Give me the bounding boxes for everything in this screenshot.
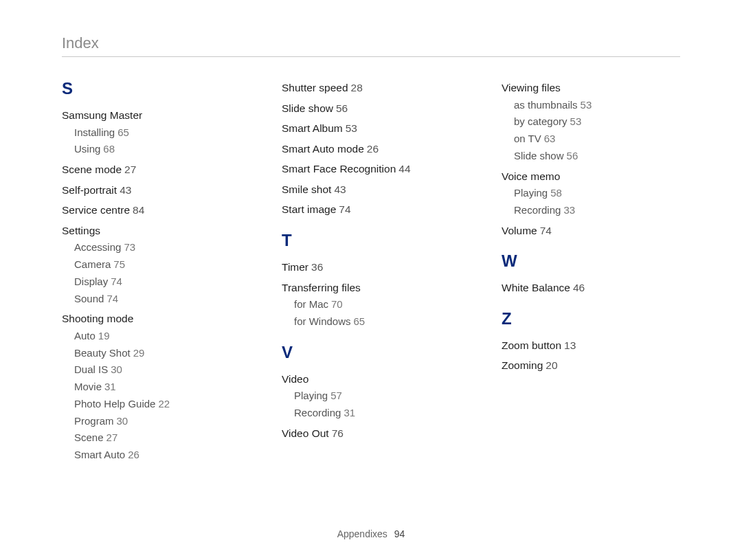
letter-z: Z xyxy=(502,309,680,328)
subentry-by-category[interactable]: by category53 xyxy=(502,113,680,131)
subentry-for-windows[interactable]: for Windows65 xyxy=(282,313,460,331)
subentry-on-tv[interactable]: on TV63 xyxy=(502,131,680,148)
subentry-auto[interactable]: Auto19 xyxy=(62,328,240,345)
entry-smart-auto-mode[interactable]: Smart Auto mode26 xyxy=(282,140,460,158)
subentry-using[interactable]: Using68 xyxy=(62,141,240,158)
subentry-video-playing[interactable]: Playing57 xyxy=(282,388,460,405)
subentry-as-thumbnails[interactable]: as thumbnails53 xyxy=(502,97,680,114)
subentry-beauty-shot[interactable]: Beauty Shot29 xyxy=(62,345,240,362)
page-title: Index xyxy=(62,34,680,57)
entry-smart-face-recognition[interactable]: Smart Face Recognition44 xyxy=(282,160,460,178)
subentry-voice-recording[interactable]: Recording33 xyxy=(502,202,680,219)
entry-zooming[interactable]: Zooming20 xyxy=(502,357,680,374)
subentry-accessing[interactable]: Accessing73 xyxy=(62,239,240,256)
entry-start-image[interactable]: Start image74 xyxy=(282,201,460,219)
subentry-dual-is[interactable]: Dual IS30 xyxy=(62,361,240,379)
letter-t: T xyxy=(282,231,460,250)
index-col-2: Shutter speed28 Slide show56 Smart Album… xyxy=(282,78,460,464)
subentry-smart-auto[interactable]: Smart Auto26 xyxy=(62,447,240,464)
subentry-program[interactable]: Program30 xyxy=(62,413,240,430)
subentry-video-recording[interactable]: Recording31 xyxy=(282,405,460,422)
footer-section: Appendixes xyxy=(337,528,387,539)
entry-transferring-files[interactable]: Transferring files xyxy=(282,279,460,297)
entry-zoom-button[interactable]: Zoom button13 xyxy=(502,337,680,355)
index-col-1: S Samsung Master Installing65 Using68 Sc… xyxy=(62,78,240,464)
subentry-for-mac[interactable]: for Mac70 xyxy=(282,296,460,313)
entry-video[interactable]: Video xyxy=(282,370,460,388)
entry-smart-album[interactable]: Smart Album53 xyxy=(282,120,460,137)
subentry-sound[interactable]: Sound74 xyxy=(62,291,240,308)
entry-viewing-files[interactable]: Viewing files xyxy=(502,79,680,97)
entry-white-balance[interactable]: White Balance46 xyxy=(502,279,680,297)
entry-slide-show[interactable]: Slide show56 xyxy=(282,100,460,117)
subentry-display[interactable]: Display74 xyxy=(62,273,240,291)
letter-s: S xyxy=(62,79,240,98)
entry-timer[interactable]: Timer36 xyxy=(282,258,460,276)
entry-samsung-master[interactable]: Samsung Master xyxy=(62,107,240,124)
entry-smile-shot[interactable]: Smile shot43 xyxy=(282,181,460,199)
letter-v: V xyxy=(282,343,460,362)
page-footer: Appendixes 94 xyxy=(0,528,742,539)
entry-settings[interactable]: Settings xyxy=(62,222,240,240)
subentry-voice-playing[interactable]: Playing58 xyxy=(502,185,680,202)
subentry-scene[interactable]: Scene27 xyxy=(62,429,240,447)
subentry-camera[interactable]: Camera75 xyxy=(62,256,240,273)
entry-volume[interactable]: Volume74 xyxy=(502,222,680,240)
subentry-installing[interactable]: Installing65 xyxy=(62,124,240,142)
index-columns: S Samsung Master Installing65 Using68 Sc… xyxy=(62,78,680,464)
index-page: Index S Samsung Master Installing65 Usin… xyxy=(0,0,742,560)
subentry-photo-help-guide[interactable]: Photo Help Guide22 xyxy=(62,396,240,413)
entry-video-out[interactable]: Video Out76 xyxy=(282,425,460,443)
entry-voice-memo[interactable]: Voice memo xyxy=(502,168,680,186)
entry-shooting-mode[interactable]: Shooting mode xyxy=(62,310,240,328)
entry-self-portrait[interactable]: Self-portrait43 xyxy=(62,181,240,199)
subentry-movie[interactable]: Movie31 xyxy=(62,379,240,396)
letter-w: W xyxy=(502,251,680,271)
entry-shutter-speed[interactable]: Shutter speed28 xyxy=(282,79,460,97)
footer-page-number: 94 xyxy=(394,528,405,539)
index-col-3: Viewing files as thumbnails53 by categor… xyxy=(502,78,680,464)
subentry-slide-show[interactable]: Slide show56 xyxy=(502,148,680,165)
entry-service-centre[interactable]: Service centre84 xyxy=(62,201,240,219)
entry-scene-mode[interactable]: Scene mode27 xyxy=(62,161,240,179)
